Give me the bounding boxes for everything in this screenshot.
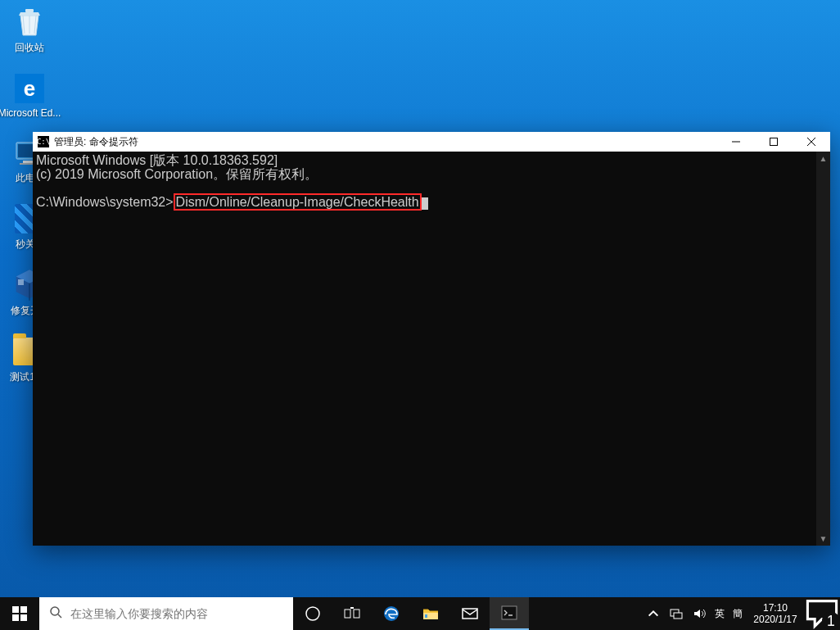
svg-rect-12 xyxy=(345,610,350,618)
svg-rect-0 xyxy=(25,9,34,12)
taskbar-app-mail[interactable] xyxy=(450,597,490,630)
search-icon xyxy=(49,605,62,622)
tray-ime-mode[interactable]: 簡 xyxy=(729,597,747,630)
svg-rect-21 xyxy=(674,613,682,619)
close-icon xyxy=(806,137,816,147)
network-icon xyxy=(670,607,683,620)
svg-rect-8 xyxy=(12,614,19,621)
scrollbar[interactable]: ▲ ▼ xyxy=(816,152,830,546)
minimize-icon xyxy=(731,137,741,147)
svg-rect-5 xyxy=(770,138,778,146)
tray-network[interactable] xyxy=(665,597,688,630)
svg-rect-9 xyxy=(20,614,27,621)
cortana-button[interactable] xyxy=(293,597,332,630)
tray-clock[interactable]: 17:10 2020/1/17 xyxy=(747,597,804,630)
taskbar: 英 簡 17:10 2020/1/17 1 xyxy=(0,597,840,630)
edge-icon: e xyxy=(12,71,47,106)
tray-volume[interactable] xyxy=(688,597,711,630)
task-view-icon xyxy=(343,605,361,623)
desktop-icon-edge[interactable]: e Microsoft Ed... xyxy=(5,71,54,119)
mail-icon xyxy=(461,605,479,623)
notification-icon: 1 xyxy=(804,596,840,630)
search-input[interactable] xyxy=(70,607,283,620)
chevron-up-icon xyxy=(647,607,660,620)
close-button[interactable] xyxy=(793,132,830,152)
action-center-button[interactable]: 1 xyxy=(804,597,840,630)
scroll-up-icon[interactable]: ▲ xyxy=(816,152,830,165)
window-title: 管理员: 命令提示符 xyxy=(54,135,138,149)
svg-rect-17 xyxy=(425,614,427,618)
svg-rect-18 xyxy=(463,609,477,619)
start-button[interactable] xyxy=(0,597,39,630)
maximize-button[interactable] xyxy=(755,132,793,152)
minimize-button[interactable] xyxy=(717,132,755,152)
recycle-bin-icon xyxy=(12,5,47,39)
svg-point-10 xyxy=(51,607,59,615)
ime-lang-label: 英 xyxy=(715,607,725,621)
svg-point-11 xyxy=(306,607,319,620)
taskbar-app-edge[interactable] xyxy=(372,597,411,630)
svg-rect-19 xyxy=(502,606,517,619)
terminal-area: Microsoft Windows [版本 10.0.18363.592] (c… xyxy=(33,152,830,546)
search-box[interactable] xyxy=(39,597,293,630)
terminal-command-highlighted: Dism/Online/Cleanup-Image/CheckHealth xyxy=(174,193,422,211)
volume-icon xyxy=(693,607,706,620)
ime-mode-label: 簡 xyxy=(733,607,743,621)
tray-ime-lang[interactable]: 英 xyxy=(711,597,729,630)
system-tray: 英 簡 17:10 2020/1/17 1 xyxy=(642,597,840,630)
command-prompt-window[interactable]: C:\ 管理员: 命令提示符 Microsoft Windows [版本 10.… xyxy=(33,132,830,546)
svg-rect-13 xyxy=(354,610,359,618)
terminal-line: (c) 2019 Microsoft Corporation。保留所有权利。 xyxy=(36,167,318,181)
desktop-icon-label: Microsoft Ed... xyxy=(0,107,61,119)
svg-rect-6 xyxy=(12,606,19,613)
notif-count: 1 xyxy=(827,613,835,629)
terminal-prompt: C:\Windows\system32> xyxy=(36,195,174,209)
taskbar-app-explorer[interactable] xyxy=(411,597,450,630)
maximize-icon xyxy=(769,137,779,147)
desktop-icon-recycle-bin[interactable]: 回收站 xyxy=(5,5,54,55)
scroll-down-icon[interactable]: ▼ xyxy=(816,532,830,546)
terminal-icon xyxy=(500,604,518,622)
taskbar-app-cmd[interactable] xyxy=(490,597,529,630)
cmd-icon: C:\ xyxy=(38,136,49,147)
clock-date: 2020/1/17 xyxy=(753,614,797,625)
svg-rect-7 xyxy=(20,606,27,613)
edge-icon xyxy=(382,605,400,623)
svg-rect-14 xyxy=(350,607,354,609)
tray-overflow-button[interactable] xyxy=(642,597,665,630)
cursor xyxy=(422,197,428,210)
terminal-output[interactable]: Microsoft Windows [版本 10.0.18363.592] (c… xyxy=(33,152,816,546)
desktop[interactable]: 回收站 e Microsoft Ed... 此电... 秒关... 修复开... xyxy=(0,0,840,630)
clock-time: 17:10 xyxy=(763,602,788,614)
folder-icon xyxy=(422,605,440,623)
windows-logo-icon xyxy=(12,606,27,621)
cortana-icon xyxy=(304,605,322,623)
task-view-button[interactable] xyxy=(332,597,372,630)
window-titlebar[interactable]: C:\ 管理员: 命令提示符 xyxy=(33,132,830,152)
desktop-icon-label: 回收站 xyxy=(15,41,44,55)
terminal-line: Microsoft Windows [版本 10.0.18363.592] xyxy=(36,153,278,167)
